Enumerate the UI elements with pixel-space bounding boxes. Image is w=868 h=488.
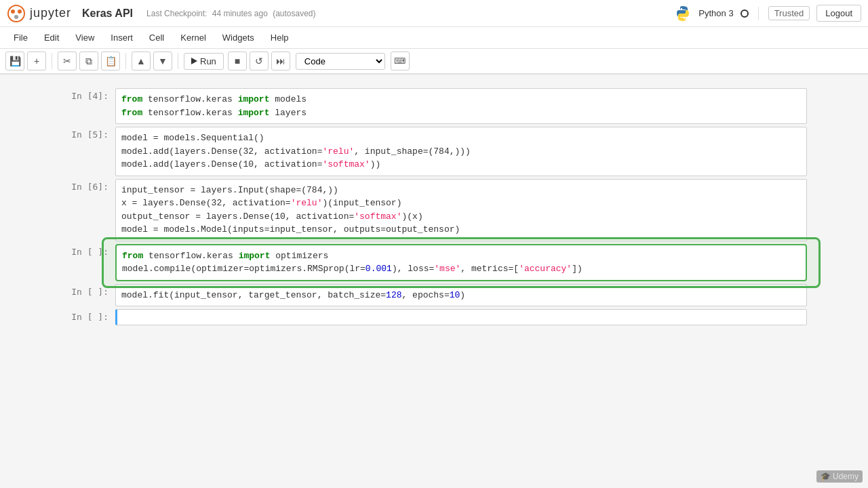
interrupt-button[interactable]: ■ <box>228 52 247 70</box>
toolbar: 💾 + ✂ ⧉ 📋 ▲ ▼ Run ■ ↺ ⏭ Code Markdown Ra… <box>0 49 868 75</box>
toolbar-sep-3 <box>178 53 178 69</box>
cell-7-prompt: In [ ]: <box>61 244 115 257</box>
save-button[interactable]: 💾 <box>5 52 24 70</box>
notebook-title[interactable]: Keras API <box>82 7 133 20</box>
cell-8-body[interactable]: model.fit(input_tensor, target_tensor, b… <box>115 284 807 307</box>
top-bar: jupyter Keras API Last Checkpoint: 44 mi… <box>0 0 868 27</box>
kernel-label: Python 3 <box>698 8 733 18</box>
cell-6-line-1: input_tensor = layers.Input(shape=(784,)… <box>121 184 801 197</box>
restart-run-button[interactable]: ⏭ <box>271 52 290 70</box>
restart-button[interactable]: ↺ <box>250 52 269 70</box>
cell-7: In [ ]: from tensorflow.keras import opt… <box>61 244 807 281</box>
cell-5-line-2: model.add(layers.Dense(32, activation='r… <box>121 145 801 159</box>
notebook-area[interactable]: In [4]: from tensorflow.keras import mod… <box>0 75 868 488</box>
cell-7-body[interactable]: from tensorflow.keras import optimizers … <box>115 244 807 281</box>
move-down-button[interactable]: ▼ <box>153 52 172 70</box>
cell-4-line-1: from tensorflow.keras import models <box>121 93 801 106</box>
cell-5: In [5]: model = models.Sequential() mode… <box>61 127 807 176</box>
cell-6-body[interactable]: input_tensor = layers.Input(shape=(784,)… <box>115 179 807 241</box>
svg-point-5 <box>684 17 685 18</box>
cell-7-line-2: model.compile(optimizer=optimizers.RMSpr… <box>122 262 800 276</box>
cell-6: In [6]: input_tensor = layers.Input(shap… <box>61 179 807 241</box>
cell-9-body[interactable] <box>115 309 807 325</box>
copy-button[interactable]: ⧉ <box>79 52 98 70</box>
cell-5-prompt: In [5]: <box>61 127 115 140</box>
cell-6-line-4: model = models.Model(inputs=input_tensor… <box>121 223 801 237</box>
svg-point-1 <box>11 9 15 14</box>
cell-4-prompt: In [4]: <box>61 88 115 101</box>
run-icon <box>191 58 197 64</box>
brand-label: jupyter <box>30 6 71 20</box>
top-right: Python 3 Trusted Logout <box>674 5 861 22</box>
menu-insert[interactable]: Insert <box>104 30 140 45</box>
divider <box>758 7 759 20</box>
svg-point-2 <box>18 9 22 14</box>
svg-point-3 <box>14 15 18 19</box>
menu-cell[interactable]: Cell <box>142 30 171 45</box>
cell-type-select[interactable]: Code Markdown Raw NBConvert Heading <box>296 53 385 70</box>
cell-6-line-3: output_tensor = layers.Dense(10, activat… <box>121 210 801 224</box>
keyboard-shortcut-button[interactable]: ⌨ <box>391 52 410 70</box>
cell-6-line-2: x = layers.Dense(32, activation='relu')(… <box>121 197 801 210</box>
svg-point-0 <box>8 5 24 22</box>
cell-8-line-1: model.fit(input_tensor, target_tensor, b… <box>121 289 801 302</box>
paste-button[interactable]: 📋 <box>101 52 120 70</box>
toolbar-sep-1 <box>52 53 52 69</box>
menu-bar: File Edit View Insert Cell Kernel Widget… <box>0 27 868 49</box>
jupyter-icon <box>7 4 26 23</box>
cell-4-body[interactable]: from tensorflow.keras import models from… <box>115 88 807 124</box>
kernel-status-circle <box>741 9 749 18</box>
menu-widgets[interactable]: Widgets <box>216 30 261 45</box>
add-cell-button[interactable]: + <box>27 52 46 70</box>
cell-8-prompt: In [ ]: <box>61 284 115 297</box>
cut-button[interactable]: ✂ <box>58 52 77 70</box>
logout-button[interactable]: Logout <box>816 5 861 22</box>
run-label: Run <box>200 56 216 66</box>
udemy-watermark: 🎓 Udemy <box>816 470 863 483</box>
jupyter-logo: jupyter <box>7 4 71 23</box>
cell-4: In [4]: from tensorflow.keras import mod… <box>61 88 807 124</box>
menu-help[interactable]: Help <box>264 30 296 45</box>
python-logo-icon <box>674 5 692 22</box>
checkpoint-info: Last Checkpoint: 44 minutes ago (autosav… <box>146 9 316 18</box>
cell-5-line-1: model = models.Sequential() <box>121 131 801 145</box>
menu-view[interactable]: View <box>68 30 101 45</box>
cell-5-line-3: model.add(layers.Dense(10, activation='s… <box>121 158 801 171</box>
move-up-button[interactable]: ▲ <box>132 52 151 70</box>
menu-file[interactable]: File <box>7 30 35 45</box>
cell-9: In [ ]: <box>61 309 807 325</box>
svg-point-4 <box>681 7 682 9</box>
menu-kernel[interactable]: Kernel <box>174 30 213 45</box>
cell-9-prompt: In [ ]: <box>61 309 115 322</box>
cell-4-line-2: from tensorflow.keras import layers <box>121 106 801 120</box>
cell-7-line-1: from tensorflow.keras import optimizers <box>122 249 800 263</box>
cell-6-prompt: In [6]: <box>61 179 115 192</box>
trusted-label: Trusted <box>768 6 810 20</box>
cell-8: In [ ]: model.fit(input_tensor, target_t… <box>61 284 807 307</box>
toolbar-sep-2 <box>125 53 126 69</box>
cell-5-body[interactable]: model = models.Sequential() model.add(la… <box>115 127 807 176</box>
menu-edit[interactable]: Edit <box>37 30 66 45</box>
run-button[interactable]: Run <box>184 53 224 70</box>
